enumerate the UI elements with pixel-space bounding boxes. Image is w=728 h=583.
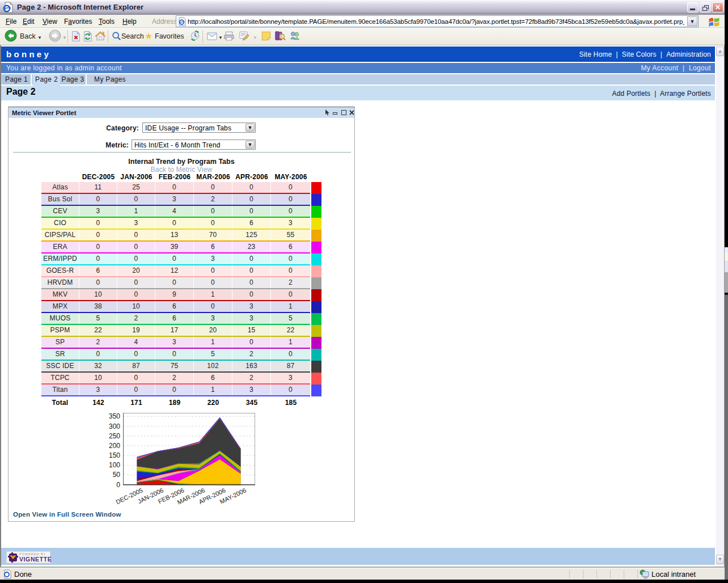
svg-text:100: 100 xyxy=(109,461,120,469)
svg-text:150: 150 xyxy=(109,451,120,459)
svg-text:300: 300 xyxy=(109,423,120,430)
svg-text:250: 250 xyxy=(109,432,120,440)
svg-text:350: 350 xyxy=(109,412,120,420)
svg-text:50: 50 xyxy=(113,471,121,479)
svg-text:0: 0 xyxy=(116,481,120,489)
svg-text:200: 200 xyxy=(109,442,120,450)
